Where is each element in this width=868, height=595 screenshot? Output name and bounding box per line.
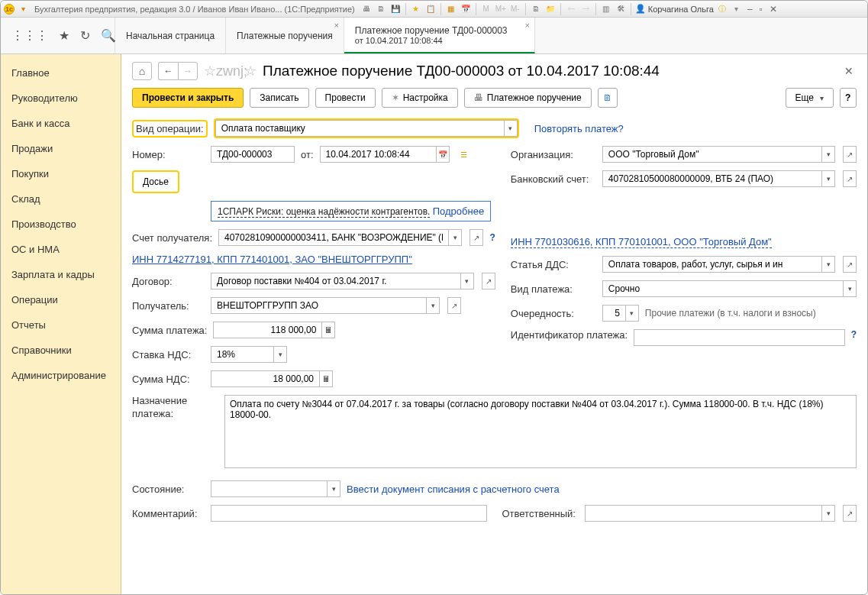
sidebar-item-manager[interactable]: Руководителю (1, 86, 121, 111)
current-user[interactable]: 👤 Корчагина Ольга (635, 4, 714, 14)
recipient-account-field[interactable] (218, 229, 448, 246)
more-button[interactable]: Еще (786, 88, 834, 108)
preview-icon[interactable]: 🗎 (375, 3, 387, 15)
payment-id-input[interactable] (638, 331, 841, 344)
maximize-icon[interactable]: ▫ (757, 4, 765, 15)
nav-dropdown-icon[interactable]: ▾ (17, 3, 29, 15)
number-input[interactable] (215, 148, 290, 160)
help-button[interactable]: ? (840, 88, 857, 108)
status-input[interactable] (215, 483, 323, 495)
open-ref-icon[interactable]: ↗ (482, 273, 495, 289)
dropdown-icon[interactable]: ▾ (843, 280, 857, 297)
open-ref-icon[interactable]: ↗ (843, 505, 857, 522)
tab-close-icon[interactable]: × (524, 21, 529, 30)
conduct-button[interactable]: Провести (315, 88, 376, 108)
operation-type-field[interactable] (215, 120, 504, 137)
calculator-icon[interactable] (321, 322, 335, 338)
dropdown-icon[interactable]: ▾ (448, 229, 462, 246)
help-icon[interactable]: ? (851, 329, 857, 340)
dossier-button[interactable]: Досье (134, 172, 178, 192)
favorite-icon[interactable]: ★ (410, 3, 422, 15)
doc-icon[interactable]: 🗎 (530, 3, 542, 15)
status-field[interactable] (211, 480, 327, 497)
date-field[interactable] (320, 146, 436, 163)
minimize-icon[interactable]: – (745, 4, 755, 15)
calc-icon[interactable]: ▦ (445, 3, 457, 15)
help-icon[interactable]: ? (489, 232, 495, 243)
org-field[interactable] (602, 146, 821, 163)
history-icon[interactable]: ↻ (80, 28, 90, 43)
open-ref-icon[interactable]: ↗ (843, 146, 857, 163)
m-plus-icon[interactable]: M+ (495, 3, 507, 15)
clipboard-icon[interactable]: 📋 (424, 3, 437, 15)
contract-field[interactable] (211, 273, 460, 289)
org-inn-link[interactable]: ИНН 7701030616, КПП 770101001, ООО "Торг… (511, 236, 772, 248)
vat-sum-field[interactable] (211, 370, 319, 387)
conduct-close-button[interactable]: Провести и закрыть (132, 88, 244, 108)
calendar-picker-icon[interactable] (436, 146, 450, 163)
m-icon[interactable]: M (480, 3, 492, 15)
operation-type-input[interactable] (220, 122, 500, 134)
calendar-icon[interactable]: 📅 (460, 3, 472, 15)
tab-payment-orders[interactable]: Платежные поручения × (226, 18, 344, 53)
search-icon[interactable]: 🔍 (101, 28, 116, 43)
favorite-toggle-icon[interactable]: ☆ (244, 63, 257, 79)
comment-input[interactable] (215, 507, 482, 519)
settings-button[interactable]: Настройка (382, 88, 458, 108)
vat-sum-input[interactable] (215, 373, 315, 385)
dropdown-icon[interactable]: ▾ (273, 346, 287, 363)
open-ref-icon[interactable]: ↗ (843, 170, 857, 187)
number-field[interactable] (211, 146, 295, 163)
star-icon[interactable]: ★ (59, 28, 69, 43)
responsible-input[interactable] (589, 507, 818, 519)
priority-field[interactable] (602, 305, 625, 322)
bank-account-input[interactable] (607, 173, 818, 185)
tab-close-icon[interactable]: × (334, 21, 338, 30)
open-ref-icon[interactable]: ↗ (843, 256, 857, 273)
dropdown-icon[interactable]: ▾ (821, 505, 835, 522)
purpose-textarea[interactable] (224, 395, 857, 468)
payment-type-input[interactable] (607, 283, 839, 295)
info-dd-icon[interactable]: ▾ (731, 3, 743, 15)
sidebar-item-sales[interactable]: Продажи (1, 136, 121, 161)
arrow-left-icon[interactable]: 🡐 (565, 3, 577, 15)
sidebar-item-operations[interactable]: Операции (1, 287, 121, 312)
dds-input[interactable] (607, 258, 818, 270)
org-input[interactable] (607, 148, 818, 160)
sidebar-item-refs[interactable]: Справочники (1, 338, 121, 363)
repeat-payment-link[interactable]: Повторять платеж? (534, 123, 624, 134)
tab-start-page[interactable]: Начальная страница (115, 18, 226, 53)
sidebar-item-bank[interactable]: Банк и касса (1, 111, 121, 136)
sidebar-item-reports[interactable]: Отчеты (1, 312, 121, 338)
print-payment-button[interactable]: Платежное поручение (464, 88, 592, 108)
spark-more-link[interactable]: Подробнее (433, 205, 484, 217)
date-input[interactable] (324, 148, 432, 160)
bank-account-field[interactable] (602, 170, 821, 187)
priority-input[interactable] (607, 307, 621, 319)
dropdown-icon[interactable]: ▾ (460, 273, 474, 289)
info-icon[interactable]: ⓘ (716, 3, 728, 15)
sidebar-item-warehouse[interactable]: Склад (1, 186, 121, 212)
arrow-right-icon[interactable]: 🡒 (579, 3, 592, 15)
sidebar-item-main[interactable]: Главное (1, 60, 121, 86)
folder-icon[interactable]: 📁 (544, 3, 557, 15)
payment-type-field[interactable] (602, 280, 843, 297)
payment-id-field[interactable] (634, 329, 845, 346)
home-button[interactable] (132, 62, 152, 80)
open-ref-icon[interactable]: ↗ (447, 297, 461, 314)
dropdown-icon[interactable]: ▾ (504, 120, 518, 137)
favorite-toggle-icon[interactable]: ☆zwnj; (204, 63, 247, 79)
dropdown-icon[interactable]: ▾ (821, 170, 835, 187)
nav-forward-button[interactable] (178, 62, 198, 80)
dropdown-icon[interactable]: ▾ (426, 297, 440, 314)
recipient-account-input[interactable] (223, 231, 444, 244)
vat-rate-input[interactable] (215, 348, 269, 361)
nav-back-button[interactable] (158, 62, 178, 80)
responsible-field[interactable] (585, 505, 822, 522)
print-icon[interactable]: 🖶 (360, 3, 373, 15)
dds-field[interactable] (602, 256, 821, 273)
contract-input[interactable] (215, 275, 457, 287)
window-close-icon[interactable]: ✕ (767, 4, 779, 15)
tools-icon[interactable]: 🛠 (615, 3, 627, 15)
save-button[interactable]: Записать (250, 88, 308, 108)
